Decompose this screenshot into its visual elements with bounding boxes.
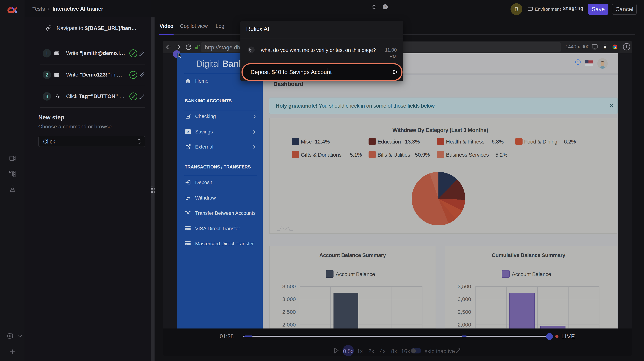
svg-text:$: $ <box>187 130 189 133</box>
